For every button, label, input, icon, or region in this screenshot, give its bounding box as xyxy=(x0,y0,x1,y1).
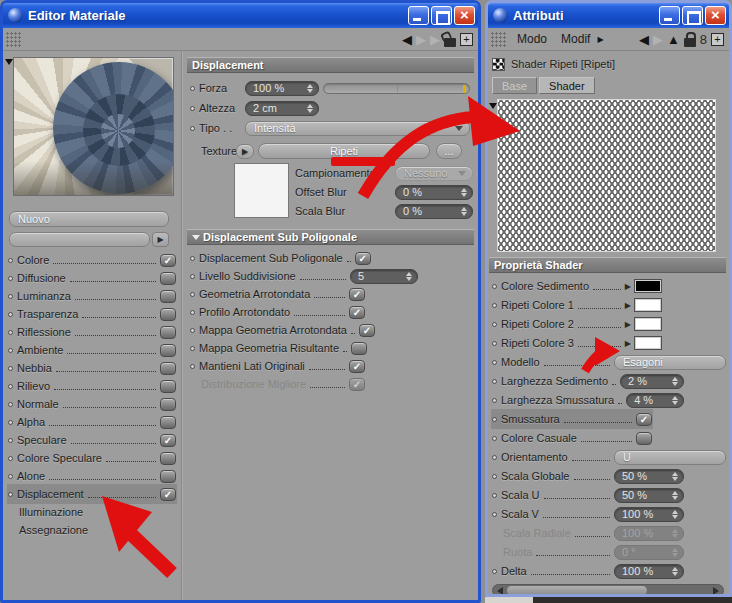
anim-dot-icon[interactable] xyxy=(492,379,497,384)
anim-dot-icon[interactable] xyxy=(8,276,13,281)
anim-dot-icon[interactable] xyxy=(8,402,13,407)
subpoly-checkbox[interactable] xyxy=(349,288,365,301)
texture-thumbnail[interactable] xyxy=(234,163,289,218)
channel-row-diffusione[interactable]: Diffusione xyxy=(8,269,176,287)
lock-icon[interactable] xyxy=(684,38,696,47)
page-row-assegnazione[interactable]: Assegnazione xyxy=(8,521,176,539)
forza-slider[interactable] xyxy=(323,83,470,94)
channel-row-normale[interactable]: Normale xyxy=(8,395,176,413)
color-swatch-black[interactable] xyxy=(634,279,662,293)
channel-checkbox[interactable] xyxy=(160,488,176,501)
unlock-icon[interactable] xyxy=(444,38,456,47)
anim-dot-icon[interactable] xyxy=(492,322,497,327)
color-swatch-white[interactable] xyxy=(634,298,662,312)
scala-u-stepper[interactable]: 50 % xyxy=(614,488,684,503)
history-back-icon[interactable]: ◀ xyxy=(402,33,412,46)
subpoly-checkbox[interactable] xyxy=(349,306,365,319)
color-swatch-white[interactable] xyxy=(634,317,662,331)
channel-checkbox[interactable] xyxy=(160,326,176,339)
material-preview[interactable] xyxy=(13,57,174,196)
anim-dot-icon[interactable] xyxy=(8,366,13,371)
expand-play-icon[interactable]: ▶ xyxy=(625,282,631,291)
spin-arrows-icon[interactable] xyxy=(669,567,680,576)
anim-dot-icon[interactable] xyxy=(8,492,13,497)
expand-play-icon[interactable]: ▶ xyxy=(625,301,631,310)
anim-dot-icon[interactable] xyxy=(8,330,13,335)
anim-dot-icon[interactable] xyxy=(190,126,195,131)
spin-arrows-icon[interactable] xyxy=(669,377,680,386)
anim-dot-icon[interactable] xyxy=(190,310,195,315)
channel-row-alone[interactable]: Alone xyxy=(8,467,176,485)
subpoly-checkbox[interactable] xyxy=(359,324,375,337)
anim-dot-icon[interactable] xyxy=(492,398,497,403)
material-layer-field[interactable] xyxy=(9,232,150,247)
altezza-stepper[interactable]: 2 cm xyxy=(245,101,319,116)
subpoly-checkbox[interactable] xyxy=(349,360,365,373)
anim-dot-icon[interactable] xyxy=(492,493,497,498)
channel-row-nebbia[interactable]: Nebbia xyxy=(8,359,176,377)
anim-dot-icon[interactable] xyxy=(8,258,13,263)
anim-dot-icon[interactable] xyxy=(492,341,497,346)
tab-shader[interactable]: Shader xyxy=(539,77,594,94)
larghezza-sedimento-stepper[interactable]: 2 % xyxy=(620,374,684,389)
tipo-dropdown[interactable]: Intensità xyxy=(245,121,470,136)
attributi-titlebar[interactable]: Attributi xyxy=(488,3,729,28)
anim-dot-icon[interactable] xyxy=(190,292,195,297)
channel-checkbox[interactable] xyxy=(160,416,176,429)
expand-play-icon[interactable]: ▶ xyxy=(625,320,631,329)
scala-v-stepper[interactable]: 100 % xyxy=(614,507,684,522)
prop-checkbox[interactable] xyxy=(636,413,652,426)
material-layer-combo[interactable]: ▶ xyxy=(9,232,169,247)
channel-checkbox[interactable] xyxy=(160,434,176,447)
anim-dot-icon[interactable] xyxy=(190,86,195,91)
expand-play-icon[interactable]: ▶ xyxy=(625,339,631,348)
channel-checkbox[interactable] xyxy=(160,362,176,375)
subpoly-row-mantieni-lati[interactable]: Mantieni Lati Originali xyxy=(190,357,365,375)
channel-checkbox[interactable] xyxy=(160,470,176,483)
anim-dot-icon[interactable] xyxy=(190,256,195,261)
channel-row-colore[interactable]: Colore xyxy=(8,251,176,269)
scrollbar-thumb[interactable] xyxy=(507,586,647,594)
history-back-icon[interactable]: ◀ xyxy=(639,33,649,46)
minimize-button[interactable] xyxy=(408,6,429,25)
shader-preview-hexagon-pattern[interactable] xyxy=(497,99,716,252)
channel-checkbox[interactable] xyxy=(160,452,176,465)
collapse-triangle-icon[interactable] xyxy=(192,235,200,240)
subpoly-header[interactable]: Displacement Sub Poligonale xyxy=(187,229,474,245)
anim-dot-icon[interactable] xyxy=(8,384,13,389)
spin-arrows-icon[interactable] xyxy=(669,510,680,519)
material-name-field[interactable]: Nuovo xyxy=(9,211,169,227)
scroll-left-icon[interactable] xyxy=(497,587,503,595)
channel-row-luminanza[interactable]: Luminanza xyxy=(8,287,176,305)
spin-arrows-icon[interactable] xyxy=(458,188,469,197)
anim-dot-icon[interactable] xyxy=(8,456,13,461)
channel-row-displacement[interactable]: Displacement xyxy=(8,485,176,503)
spin-arrows-icon[interactable] xyxy=(458,207,469,216)
spin-arrows-icon[interactable] xyxy=(304,84,315,93)
offset-blur-stepper[interactable]: 0 % xyxy=(395,185,473,200)
maximize-button[interactable] xyxy=(682,6,703,25)
anim-dot-icon[interactable] xyxy=(8,312,13,317)
anim-dot-icon[interactable] xyxy=(492,360,497,365)
anim-dot-icon[interactable] xyxy=(492,284,497,289)
scroll-right-icon[interactable] xyxy=(713,587,719,595)
anim-dot-icon[interactable] xyxy=(492,436,497,441)
larghezza-smussatura-stepper[interactable]: 4 % xyxy=(626,393,684,408)
anim-dot-icon[interactable] xyxy=(190,364,195,369)
subpoly-row-mappa-arrotondata[interactable]: Mappa Geometria Arrotondata xyxy=(190,321,365,339)
anim-dot-icon[interactable] xyxy=(8,438,13,443)
anim-dot-icon[interactable] xyxy=(492,512,497,517)
modello-dropdown[interactable]: Esagoni xyxy=(614,355,726,370)
texture-expand-button[interactable]: ▶ xyxy=(236,144,254,159)
anim-dot-icon[interactable] xyxy=(492,569,497,574)
anim-dot-icon[interactable] xyxy=(8,348,13,353)
spin-arrows-icon[interactable] xyxy=(669,491,680,500)
anim-dot-icon[interactable] xyxy=(8,294,13,299)
spin-arrows-icon[interactable] xyxy=(304,104,315,113)
subpoly-row-mappa-risultante[interactable]: Mappa Geometria Risultante xyxy=(190,339,365,357)
anim-dot-icon[interactable] xyxy=(8,420,13,425)
delta-stepper[interactable]: 100 % xyxy=(614,564,684,579)
anim-dot-icon[interactable] xyxy=(190,106,195,111)
channel-checkbox[interactable] xyxy=(160,290,176,303)
anim-dot-icon[interactable] xyxy=(190,346,195,351)
